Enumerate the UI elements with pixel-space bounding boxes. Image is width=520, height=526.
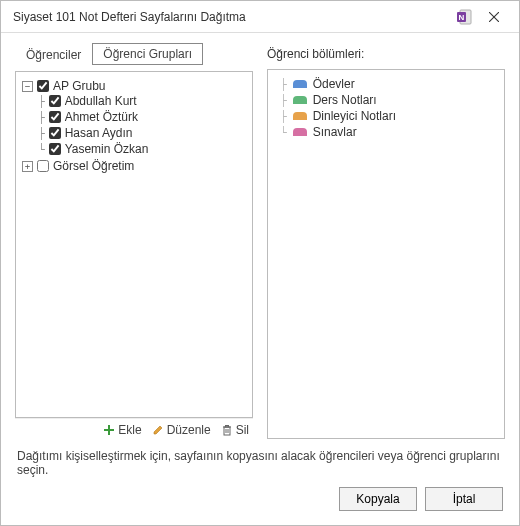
sections-list: ├ Ödevler ├ Ders Notları ├ Dinley	[272, 76, 500, 140]
tree-group-gorsel: + Görsel Öğretim	[22, 158, 248, 174]
tree-connector: └	[38, 143, 45, 156]
close-button[interactable]	[477, 5, 511, 29]
svg-rect-11	[225, 426, 228, 428]
dialog-window: Siyaset 101 Not Defteri Sayfalarını Dağı…	[0, 0, 520, 526]
pencil-icon	[152, 424, 164, 436]
tab-student-groups[interactable]: Öğrenci Grupları	[92, 43, 203, 65]
section-label: Dinleyici Notları	[313, 109, 396, 123]
delete-label: Sil	[236, 423, 249, 437]
tree-group-ap: − AP Grubu ├	[22, 78, 248, 158]
hint-text: Dağıtımı kişiselleştirmek için, sayfaını…	[15, 439, 505, 487]
tree-connector: ├	[280, 94, 287, 107]
edit-label: Düzenle	[167, 423, 211, 437]
groups-tree: − AP Grubu ├	[20, 78, 248, 174]
tree-student: ├ Hasan Aydın	[38, 125, 248, 141]
sections-header: Öğrenci bölümleri:	[267, 43, 505, 61]
section-label: Ödevler	[313, 77, 355, 91]
tree-student: ├ Abdullah Kurt	[38, 93, 248, 109]
tree-connector: ├	[38, 127, 45, 140]
tabstrip: Öğrenciler Öğrenci Grupları	[15, 43, 253, 65]
plus-icon	[103, 424, 115, 436]
section-icon	[293, 128, 307, 136]
tab-students[interactable]: Öğrenciler	[15, 44, 92, 65]
student-label[interactable]: Abdullah Kurt	[65, 94, 137, 108]
footer-buttons: Kopyala İptal	[15, 487, 505, 513]
titlebar: Siyaset 101 Not Defteri Sayfalarını Dağı…	[1, 1, 519, 33]
add-label: Ekle	[118, 423, 141, 437]
expand-icon[interactable]: +	[22, 161, 33, 172]
groups-tree-panel[interactable]: − AP Grubu ├	[15, 71, 253, 418]
section-item[interactable]: ├ Ödevler	[280, 76, 500, 92]
columns: Öğrenciler Öğrenci Grupları − AP Gr	[15, 43, 505, 439]
tree-connector: └	[280, 126, 287, 139]
group-checkbox-gorsel[interactable]	[37, 160, 49, 172]
tree-connector: ├	[280, 110, 287, 123]
window-title: Siyaset 101 Not Defteri Sayfalarını Dağı…	[13, 10, 455, 24]
cancel-button[interactable]: İptal	[425, 487, 503, 511]
section-label: Sınavlar	[313, 125, 357, 139]
collapse-icon[interactable]: −	[22, 81, 33, 92]
student-label[interactable]: Yasemin Özkan	[65, 142, 149, 156]
section-label: Ders Notları	[313, 93, 377, 107]
left-column: Öğrenciler Öğrenci Grupları − AP Gr	[15, 43, 253, 439]
section-icon	[293, 112, 307, 120]
tree-connector: ├	[38, 111, 45, 124]
group-checkbox-ap[interactable]	[37, 80, 49, 92]
section-item[interactable]: ├ Dinleyici Notları	[280, 108, 500, 124]
tree-connector: ├	[280, 78, 287, 91]
section-icon	[293, 96, 307, 104]
section-icon	[293, 80, 307, 88]
right-column: Öğrenci bölümleri: ├ Ödevler ├ Ders Notl…	[267, 43, 505, 439]
edit-button[interactable]: Düzenle	[152, 423, 211, 437]
section-item[interactable]: └ Sınavlar	[280, 124, 500, 140]
left-panel-wrap: − AP Grubu ├	[15, 71, 253, 439]
tree-connector: ├	[38, 95, 45, 108]
student-checkbox[interactable]	[49, 95, 61, 107]
svg-text:N: N	[458, 13, 464, 22]
student-label[interactable]: Hasan Aydın	[65, 126, 133, 140]
svg-rect-7	[224, 427, 230, 435]
onenote-icon: N	[455, 8, 473, 26]
student-checkbox[interactable]	[49, 143, 61, 155]
trash-icon	[221, 424, 233, 436]
tree-student: └ Yasemin Özkan	[38, 141, 248, 157]
add-button[interactable]: Ekle	[103, 423, 141, 437]
groups-toolbar: Ekle Düzenle	[15, 418, 253, 439]
section-item[interactable]: ├ Ders Notları	[280, 92, 500, 108]
student-label[interactable]: Ahmet Öztürk	[65, 110, 138, 124]
sections-panel[interactable]: ├ Ödevler ├ Ders Notları ├ Dinley	[267, 69, 505, 439]
student-checkbox[interactable]	[49, 127, 61, 139]
dialog-body: Öğrenciler Öğrenci Grupları − AP Gr	[1, 33, 519, 525]
copy-button[interactable]: Kopyala	[339, 487, 417, 511]
tree-student: ├ Ahmet Öztürk	[38, 109, 248, 125]
group-label[interactable]: Görsel Öğretim	[53, 159, 134, 173]
student-checkbox[interactable]	[49, 111, 61, 123]
group-label[interactable]: AP Grubu	[53, 79, 105, 93]
delete-button[interactable]: Sil	[221, 423, 249, 437]
